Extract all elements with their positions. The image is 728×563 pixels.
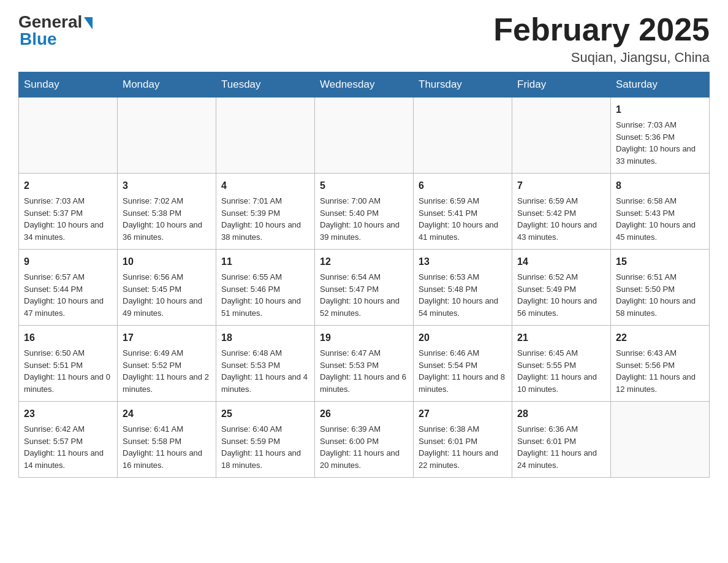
calendar-cell: 1Sunrise: 7:03 AMSunset: 5:36 PMDaylight…	[611, 98, 710, 174]
sunrise-text: Sunrise: 6:59 AM	[517, 196, 578, 205]
day-number: 23	[24, 407, 112, 421]
calendar-cell: 22Sunrise: 6:43 AMSunset: 5:56 PMDayligh…	[611, 326, 710, 402]
daylight-text: Daylight: 10 hours and 47 minutes.	[24, 296, 104, 318]
daylight-text: Daylight: 11 hours and 6 minutes.	[320, 372, 406, 394]
sunrise-text: Sunrise: 6:47 AM	[320, 348, 381, 358]
sunrise-text: Sunrise: 6:43 AM	[616, 348, 677, 358]
day-number: 18	[221, 331, 309, 345]
daylight-text: Daylight: 11 hours and 8 minutes.	[419, 372, 505, 394]
day-number: 1	[616, 102, 704, 117]
day-number: 7	[517, 178, 605, 193]
col-friday: Friday	[512, 72, 611, 98]
calendar-cell	[216, 98, 315, 174]
title-block: February 2025 Suqian, Jiangsu, China	[493, 12, 710, 66]
day-number: 10	[123, 255, 211, 269]
daylight-text: Daylight: 11 hours and 22 minutes.	[419, 448, 498, 470]
sunrise-text: Sunrise: 6:56 AM	[123, 272, 183, 282]
daylight-text: Daylight: 10 hours and 36 minutes.	[123, 220, 202, 242]
sunrise-text: Sunrise: 6:39 AM	[320, 424, 381, 434]
daylight-text: Daylight: 11 hours and 24 minutes.	[517, 448, 597, 470]
daylight-text: Daylight: 10 hours and 41 minutes.	[419, 220, 498, 242]
calendar-cell: 16Sunrise: 6:50 AMSunset: 5:51 PMDayligh…	[19, 326, 118, 402]
daylight-text: Daylight: 11 hours and 10 minutes.	[517, 372, 597, 394]
sunrise-text: Sunrise: 6:55 AM	[221, 272, 282, 282]
sunset-text: Sunset: 5:53 PM	[221, 361, 280, 370]
day-number: 27	[419, 407, 507, 421]
day-number: 20	[419, 331, 507, 345]
col-thursday: Thursday	[414, 72, 512, 98]
sunrise-text: Sunrise: 6:42 AM	[24, 424, 85, 434]
day-number: 5	[320, 178, 408, 193]
calendar-cell: 5Sunrise: 7:00 AMSunset: 5:40 PMDaylight…	[315, 174, 414, 250]
calendar-cell: 6Sunrise: 6:59 AMSunset: 5:41 PMDaylight…	[414, 174, 512, 250]
day-number: 24	[123, 407, 211, 421]
sunset-text: Sunset: 6:01 PM	[419, 437, 477, 446]
calendar-week-row: 16Sunrise: 6:50 AMSunset: 5:51 PMDayligh…	[19, 326, 710, 402]
calendar-cell: 27Sunrise: 6:38 AMSunset: 6:01 PMDayligh…	[414, 402, 512, 478]
sunrise-text: Sunrise: 7:03 AM	[616, 120, 677, 129]
sunset-text: Sunset: 5:47 PM	[320, 285, 379, 294]
day-number: 22	[616, 331, 704, 345]
sunrise-text: Sunrise: 6:41 AM	[123, 424, 183, 434]
sunset-text: Sunset: 5:57 PM	[24, 437, 83, 446]
col-saturday: Saturday	[611, 72, 710, 98]
calendar-cell	[19, 98, 118, 174]
daylight-text: Daylight: 10 hours and 34 minutes.	[24, 220, 104, 242]
sunset-text: Sunset: 5:53 PM	[320, 361, 379, 370]
day-number: 3	[123, 178, 211, 193]
calendar-table: Sunday Monday Tuesday Wednesday Thursday…	[18, 72, 710, 478]
sunrise-text: Sunrise: 7:00 AM	[320, 196, 381, 205]
sunrise-text: Sunrise: 6:40 AM	[221, 424, 282, 434]
day-number: 11	[221, 255, 309, 269]
sunset-text: Sunset: 5:55 PM	[517, 361, 576, 370]
daylight-text: Daylight: 10 hours and 43 minutes.	[517, 220, 597, 242]
day-number: 19	[320, 331, 408, 345]
sunrise-text: Sunrise: 6:49 AM	[123, 348, 183, 358]
calendar-cell	[315, 98, 414, 174]
day-number: 2	[24, 178, 112, 193]
daylight-text: Daylight: 10 hours and 49 minutes.	[123, 296, 202, 318]
sunset-text: Sunset: 5:49 PM	[517, 285, 576, 294]
daylight-text: Daylight: 10 hours and 51 minutes.	[221, 296, 301, 318]
sunrise-text: Sunrise: 6:45 AM	[517, 348, 578, 358]
daylight-text: Daylight: 10 hours and 33 minutes.	[616, 144, 696, 166]
day-number: 9	[24, 255, 112, 269]
sunrise-text: Sunrise: 7:01 AM	[221, 196, 282, 205]
sunrise-text: Sunrise: 6:58 AM	[616, 196, 677, 205]
sunrise-text: Sunrise: 6:59 AM	[419, 196, 479, 205]
sunrise-text: Sunrise: 6:48 AM	[221, 348, 282, 358]
sunset-text: Sunset: 5:46 PM	[221, 285, 280, 294]
calendar-cell: 2Sunrise: 7:03 AMSunset: 5:37 PMDaylight…	[19, 174, 118, 250]
calendar-cell: 19Sunrise: 6:47 AMSunset: 5:53 PMDayligh…	[315, 326, 414, 402]
daylight-text: Daylight: 10 hours and 58 minutes.	[616, 296, 696, 318]
sunrise-text: Sunrise: 6:38 AM	[419, 424, 479, 434]
logo: General Blue	[18, 12, 93, 49]
calendar-cell	[118, 98, 216, 174]
day-number: 4	[221, 178, 309, 193]
col-tuesday: Tuesday	[216, 72, 315, 98]
calendar-cell: 4Sunrise: 7:01 AMSunset: 5:39 PMDaylight…	[216, 174, 315, 250]
page-header: General Blue February 2025 Suqian, Jiang…	[18, 12, 710, 66]
calendar-cell: 13Sunrise: 6:53 AMSunset: 5:48 PMDayligh…	[414, 250, 512, 326]
sunrise-text: Sunrise: 6:52 AM	[517, 272, 578, 282]
sunrise-text: Sunrise: 6:50 AM	[24, 348, 85, 358]
sunset-text: Sunset: 5:51 PM	[24, 361, 83, 370]
logo-blue-label: Blue	[20, 29, 57, 49]
col-wednesday: Wednesday	[315, 72, 414, 98]
calendar-cell: 23Sunrise: 6:42 AMSunset: 5:57 PMDayligh…	[19, 402, 118, 478]
calendar-cell: 8Sunrise: 6:58 AMSunset: 5:43 PMDaylight…	[611, 174, 710, 250]
daylight-text: Daylight: 10 hours and 54 minutes.	[419, 296, 498, 318]
sunset-text: Sunset: 5:50 PM	[616, 285, 675, 294]
calendar-cell: 15Sunrise: 6:51 AMSunset: 5:50 PMDayligh…	[611, 250, 710, 326]
calendar-cell: 25Sunrise: 6:40 AMSunset: 5:59 PMDayligh…	[216, 402, 315, 478]
daylight-text: Daylight: 10 hours and 39 minutes.	[320, 220, 400, 242]
sunrise-text: Sunrise: 6:57 AM	[24, 272, 85, 282]
calendar-cell: 3Sunrise: 7:02 AMSunset: 5:38 PMDaylight…	[118, 174, 216, 250]
sunset-text: Sunset: 5:36 PM	[616, 132, 675, 142]
calendar-cell: 12Sunrise: 6:54 AMSunset: 5:47 PMDayligh…	[315, 250, 414, 326]
sunset-text: Sunset: 6:00 PM	[320, 437, 379, 446]
calendar-cell: 11Sunrise: 6:55 AMSunset: 5:46 PMDayligh…	[216, 250, 315, 326]
daylight-text: Daylight: 10 hours and 56 minutes.	[517, 296, 597, 318]
month-title: February 2025	[493, 12, 710, 47]
sunrise-text: Sunrise: 6:51 AM	[616, 272, 677, 282]
